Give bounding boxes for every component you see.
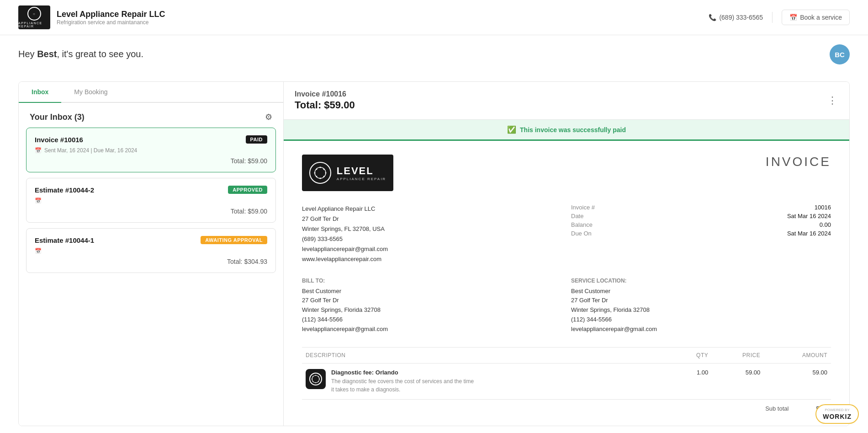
estimate-number-2: Estimate #10044-2 [35, 186, 94, 194]
item-logo-icon [309, 373, 322, 385]
bill-phone: (112) 344-5566 [302, 316, 343, 323]
bill-section: Bill To: Best Customer 27 Golf Ter Dr Wi… [302, 278, 831, 334]
calendar-icon: 📅 [789, 14, 797, 21]
meta-balance-label: Balance [571, 221, 593, 228]
paid-banner-text: This invoice was successfully paid [520, 126, 626, 134]
estimate-total-2: Total: $59.00 [35, 208, 267, 215]
item-name: Diagnostic fee: Orlando [331, 369, 477, 376]
item-icon [306, 369, 326, 389]
greeting-text: Hey Best, it's great to see you. [18, 49, 143, 59]
from-email: levelappliancerepair@gmail.com [302, 244, 562, 254]
bill-to-info: Best Customer 27 Golf Ter Dr Winter Spri… [302, 287, 562, 334]
invoice-card-10044-1[interactable]: Estimate #10044-1 AWAITING APPROVAL 📅 To… [26, 228, 276, 273]
phone-display: 📞 (689) 333-6565 [709, 14, 763, 21]
item-amount: 59.00 [764, 363, 831, 399]
table-body: Diagnostic fee: Orlando The diagnostic f… [302, 363, 831, 399]
meta-balance: Balance 0.00 [571, 221, 831, 228]
meta-due-on-label: Due On [571, 230, 592, 237]
col-amount: Amount [764, 347, 831, 363]
estimate-card-header-2: Estimate #10044-2 APPROVED [35, 186, 267, 194]
bill-name: Best Customer [302, 288, 341, 294]
table-head: Description QTY Price Amount [302, 347, 831, 363]
phone-icon: 📞 [709, 14, 716, 21]
svg-point-14 [315, 382, 316, 383]
invoice-detail-title: Invoice #10016 [295, 90, 355, 98]
workiz-logo: WORKIZ [823, 413, 852, 420]
logo-circle-icon: ○ [27, 7, 41, 21]
bill-city-state: Winter Springs, Florida 32708 [302, 306, 381, 313]
invoice-document: LEVEL APPLIANCE REPAIR INVOICE Level App… [284, 141, 849, 426]
service-phone: (112) 344-5566 [571, 316, 612, 323]
svg-point-6 [316, 176, 317, 177]
svg-point-7 [314, 172, 315, 174]
invoice-date-text: Sent Mar, 16 2024 | Due Mar, 16 2024 [44, 147, 137, 154]
service-location-info: Best Customer 27 Golf Ter Dr Winter Spri… [571, 287, 831, 334]
estimate-badge-awaiting: AWAITING APPROVAL [201, 236, 267, 244]
book-service-button[interactable]: 📅 Book a service [782, 10, 850, 25]
estimate-total-text-1: Total: $304.93 [227, 258, 267, 265]
service-name: Best Customer [571, 288, 610, 294]
tab-inbox[interactable]: Inbox [19, 82, 61, 103]
line-items-table: Description QTY Price Amount [302, 347, 831, 399]
service-email: levelappliancerepair@gmail.com [571, 326, 657, 332]
table-row: Diagnostic fee: Orlando The diagnostic f… [302, 363, 831, 399]
estimate-total-1: Total: $304.93 [35, 258, 267, 265]
header: ○ APPLIANCE REPAIR Level Appliance Repai… [0, 0, 868, 35]
service-city-state: Winter Springs, Florida 32708 [571, 306, 650, 313]
svg-point-17 [312, 376, 313, 377]
logo-level-text: LEVEL [337, 165, 386, 177]
subtotal-label: Sub total [765, 405, 789, 412]
meta-due-on-value: Sat Mar 16 2024 [787, 230, 831, 237]
filter-icon[interactable]: ⚙ [265, 112, 272, 122]
item-desc: Diagnostic fee: Orlando The diagnostic f… [331, 369, 477, 394]
logo-appliance-text: APPLIANCE REPAIR [337, 177, 386, 181]
more-options-icon[interactable]: ⋮ [827, 95, 838, 107]
company-name: Level Appliance Repair LLC [57, 10, 165, 19]
greeting-suffix: , it's great to see you. [57, 49, 143, 59]
header-left: ○ APPLIANCE REPAIR Level Appliance Repai… [18, 5, 165, 29]
invoice-number: Invoice #10016 [35, 136, 83, 144]
invoice-detail-info: Invoice #10016 Total: $59.00 [295, 90, 355, 111]
from-company: Level Appliance Repair LLC [302, 204, 562, 214]
estimate-total-text-2: Total: $59.00 [231, 208, 267, 215]
paid-banner: ✅ This invoice was successfully paid [284, 120, 849, 141]
estimate-date-2: 📅 [35, 198, 267, 204]
svg-point-3 [325, 172, 326, 174]
svg-point-11 [318, 376, 319, 377]
item-description-text: The diagnostic fee covers the cost of se… [331, 377, 477, 394]
inbox-header: Your Inbox (3) ⚙ [19, 103, 283, 128]
invoice-from-meta: Level Appliance Repair LLC 27 Golf Ter D… [302, 204, 831, 265]
check-circle-icon: ✅ [507, 125, 516, 134]
estimate-card-header-1: Estimate #10044-1 AWAITING APPROVAL [35, 236, 267, 244]
invoice-total-text: Total: $59.00 [231, 157, 267, 165]
invoice-card-10044-2[interactable]: Estimate #10044-2 APPROVED 📅 Total: $59.… [26, 178, 276, 223]
meta-date-value: Sat Mar 16 2024 [787, 213, 831, 219]
tab-my-booking[interactable]: My Booking [61, 82, 120, 103]
invoice-card-10016[interactable]: Invoice #10016 PAID 📅 Sent Mar, 16 2024 … [26, 128, 276, 172]
user-avatar[interactable]: BC [830, 44, 850, 64]
from-phone: (689) 333-6565 [302, 234, 562, 244]
estimate-number-1: Estimate #10044-1 [35, 236, 94, 244]
calendar-small-icon-3: 📅 [35, 248, 42, 254]
estimate-date-1: 📅 [35, 248, 267, 254]
svg-point-13 [318, 381, 319, 382]
service-location-label: Service Location: [571, 278, 831, 284]
svg-point-4 [323, 176, 324, 177]
tabs-bar: Inbox My Booking [19, 82, 283, 103]
invoice-list: Invoice #10016 PAID 📅 Sent Mar, 16 2024 … [19, 128, 283, 280]
invoice-logo-circle-icon [309, 162, 331, 184]
left-panel: Inbox My Booking Your Inbox (3) ⚙ Invoic… [19, 82, 284, 426]
subtotal-row: Sub total 59.00 [302, 399, 831, 412]
invoice-meta: Invoice # 10016 Date Sat Mar 16 2024 Bal… [571, 204, 831, 265]
estimate-badge-approved: APPROVED [228, 186, 267, 194]
svg-point-15 [312, 381, 313, 382]
meta-invoice-num: Invoice # 10016 [571, 204, 831, 211]
bill-to-label: Bill To: [302, 278, 562, 284]
col-price: Price [712, 347, 764, 363]
invoice-detail-header: Invoice #10016 Total: $59.00 ⋮ [284, 82, 849, 120]
main-content: Hey Best, it's great to see you. BC Inbo… [0, 35, 868, 433]
from-website: www.levelappliancerepair.com [302, 254, 562, 264]
item-description-cell: Diagnostic fee: Orlando The diagnostic f… [302, 363, 672, 399]
svg-point-5 [319, 178, 321, 179]
svg-point-12 [319, 379, 320, 380]
